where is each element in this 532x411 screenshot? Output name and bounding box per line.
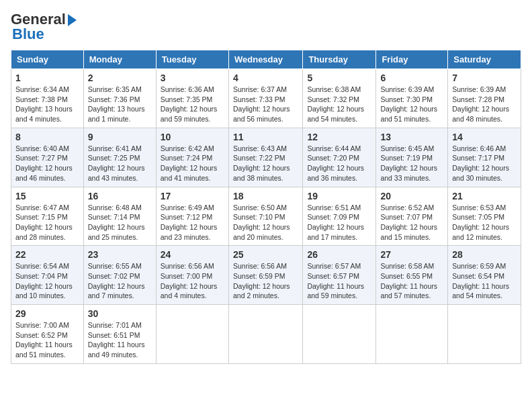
day-info: Sunrise: 6:58 AMSunset: 6:55 PMDaylight:… <box>380 261 443 301</box>
day-info: Sunrise: 6:45 AMSunset: 7:19 PMDaylight:… <box>380 144 443 183</box>
day-info: Sunrise: 6:43 AMSunset: 7:22 PMDaylight:… <box>233 144 298 183</box>
day-info: Sunrise: 6:55 AMSunset: 7:02 PMDaylight:… <box>88 261 152 301</box>
page-header: General Blue <box>11 11 521 43</box>
week-row-3: 15 Sunrise: 6:47 AMSunset: 7:15 PMDaylig… <box>11 187 521 246</box>
day-cell: 3 Sunrise: 6:36 AMSunset: 7:35 PMDayligh… <box>156 69 228 128</box>
calendar-table: SundayMondayTuesdayWednesdayThursdayFrid… <box>11 50 521 364</box>
day-cell: 15 Sunrise: 6:47 AMSunset: 7:15 PMDaylig… <box>11 187 84 246</box>
day-number: 18 <box>233 191 298 201</box>
day-cell: 6 Sunrise: 6:39 AMSunset: 7:30 PMDayligh… <box>376 69 448 128</box>
day-info: Sunrise: 6:35 AMSunset: 7:36 PMDaylight:… <box>88 85 152 124</box>
day-number: 28 <box>452 249 517 260</box>
day-info: Sunrise: 6:56 AMSunset: 7:00 PMDaylight:… <box>161 261 224 301</box>
week-row-2: 8 Sunrise: 6:40 AMSunset: 7:27 PMDayligh… <box>11 128 521 187</box>
day-number: 26 <box>307 249 371 260</box>
day-number: 13 <box>380 132 443 142</box>
day-number: 10 <box>161 132 224 142</box>
day-cell <box>376 305 448 364</box>
day-info: Sunrise: 7:01 AMSunset: 6:51 PMDaylight:… <box>88 320 152 360</box>
day-number: 2 <box>88 73 152 83</box>
day-info: Sunrise: 6:40 AMSunset: 7:27 PMDaylight:… <box>15 144 79 183</box>
day-number: 7 <box>452 73 517 83</box>
day-number: 14 <box>452 132 517 142</box>
logo-blue: Blue <box>12 26 44 43</box>
day-cell <box>303 305 376 364</box>
day-number: 24 <box>161 249 224 260</box>
day-info: Sunrise: 6:42 AMSunset: 7:24 PMDaylight:… <box>161 144 224 183</box>
calendar-header-row: SundayMondayTuesdayWednesdayThursdayFrid… <box>11 50 521 69</box>
day-number: 8 <box>15 132 79 142</box>
header-thursday: Thursday <box>303 50 376 69</box>
day-info: Sunrise: 6:53 AMSunset: 7:05 PMDaylight:… <box>452 203 517 242</box>
day-number: 3 <box>161 73 224 83</box>
week-row-1: 1 Sunrise: 6:34 AMSunset: 7:38 PMDayligh… <box>11 69 521 128</box>
day-number: 29 <box>15 308 79 319</box>
day-cell: 29 Sunrise: 7:00 AMSunset: 6:52 PMDaylig… <box>11 305 84 364</box>
day-number: 21 <box>452 191 517 201</box>
day-cell: 11 Sunrise: 6:43 AMSunset: 7:22 PMDaylig… <box>228 128 302 187</box>
day-info: Sunrise: 6:39 AMSunset: 7:28 PMDaylight:… <box>452 85 517 124</box>
day-cell: 24 Sunrise: 6:56 AMSunset: 7:00 PMDaylig… <box>156 246 228 305</box>
day-info: Sunrise: 6:44 AMSunset: 7:20 PMDaylight:… <box>307 144 371 183</box>
day-cell: 4 Sunrise: 6:37 AMSunset: 7:33 PMDayligh… <box>228 69 302 128</box>
header-wednesday: Wednesday <box>228 50 302 69</box>
logo-arrow-icon <box>68 14 77 26</box>
day-cell: 18 Sunrise: 6:50 AMSunset: 7:10 PMDaylig… <box>228 187 302 246</box>
day-cell: 20 Sunrise: 6:52 AMSunset: 7:07 PMDaylig… <box>376 187 448 246</box>
day-cell: 14 Sunrise: 6:46 AMSunset: 7:17 PMDaylig… <box>448 128 521 187</box>
header-tuesday: Tuesday <box>156 50 228 69</box>
day-info: Sunrise: 6:34 AMSunset: 7:38 PMDaylight:… <box>15 85 79 124</box>
day-number: 23 <box>88 249 152 260</box>
day-cell: 7 Sunrise: 6:39 AMSunset: 7:28 PMDayligh… <box>448 69 521 128</box>
day-number: 1 <box>15 73 79 83</box>
logo: General Blue <box>11 11 77 43</box>
day-number: 27 <box>380 249 443 260</box>
day-cell: 19 Sunrise: 6:51 AMSunset: 7:09 PMDaylig… <box>303 187 376 246</box>
day-cell: 10 Sunrise: 6:42 AMSunset: 7:24 PMDaylig… <box>156 128 228 187</box>
day-number: 25 <box>233 249 298 260</box>
day-cell: 28 Sunrise: 6:59 AMSunset: 6:54 PMDaylig… <box>448 246 521 305</box>
day-number: 4 <box>233 73 298 83</box>
day-number: 22 <box>15 249 79 260</box>
day-number: 11 <box>233 132 298 142</box>
day-info: Sunrise: 6:57 AMSunset: 6:57 PMDaylight:… <box>307 261 371 301</box>
day-info: Sunrise: 6:41 AMSunset: 7:25 PMDaylight:… <box>88 144 152 183</box>
day-cell: 17 Sunrise: 6:49 AMSunset: 7:12 PMDaylig… <box>156 187 228 246</box>
day-cell: 27 Sunrise: 6:58 AMSunset: 6:55 PMDaylig… <box>376 246 448 305</box>
day-info: Sunrise: 6:52 AMSunset: 7:07 PMDaylight:… <box>380 203 443 242</box>
day-cell: 5 Sunrise: 6:38 AMSunset: 7:32 PMDayligh… <box>303 69 376 128</box>
day-info: Sunrise: 6:48 AMSunset: 7:14 PMDaylight:… <box>88 203 152 242</box>
day-cell: 13 Sunrise: 6:45 AMSunset: 7:19 PMDaylig… <box>376 128 448 187</box>
day-info: Sunrise: 6:37 AMSunset: 7:33 PMDaylight:… <box>233 85 298 124</box>
day-cell: 12 Sunrise: 6:44 AMSunset: 7:20 PMDaylig… <box>303 128 376 187</box>
header-monday: Monday <box>83 50 156 69</box>
day-number: 5 <box>307 73 371 83</box>
day-info: Sunrise: 6:46 AMSunset: 7:17 PMDaylight:… <box>452 144 517 183</box>
day-info: Sunrise: 6:51 AMSunset: 7:09 PMDaylight:… <box>307 203 371 242</box>
day-number: 9 <box>88 132 152 142</box>
day-cell: 30 Sunrise: 7:01 AMSunset: 6:51 PMDaylig… <box>83 305 156 364</box>
day-number: 6 <box>380 73 443 83</box>
day-info: Sunrise: 7:00 AMSunset: 6:52 PMDaylight:… <box>15 320 79 360</box>
day-info: Sunrise: 6:59 AMSunset: 6:54 PMDaylight:… <box>452 261 517 301</box>
day-info: Sunrise: 6:39 AMSunset: 7:30 PMDaylight:… <box>380 85 443 124</box>
day-cell <box>156 305 228 364</box>
day-cell: 21 Sunrise: 6:53 AMSunset: 7:05 PMDaylig… <box>448 187 521 246</box>
day-cell: 25 Sunrise: 6:56 AMSunset: 6:59 PMDaylig… <box>228 246 302 305</box>
day-cell <box>228 305 302 364</box>
day-cell: 16 Sunrise: 6:48 AMSunset: 7:14 PMDaylig… <box>83 187 156 246</box>
day-number: 16 <box>88 191 152 201</box>
day-info: Sunrise: 6:38 AMSunset: 7:32 PMDaylight:… <box>307 85 371 124</box>
day-info: Sunrise: 6:36 AMSunset: 7:35 PMDaylight:… <box>161 85 224 124</box>
day-cell: 9 Sunrise: 6:41 AMSunset: 7:25 PMDayligh… <box>83 128 156 187</box>
day-cell <box>448 305 521 364</box>
day-number: 12 <box>307 132 371 142</box>
day-number: 30 <box>88 308 152 319</box>
day-info: Sunrise: 6:56 AMSunset: 6:59 PMDaylight:… <box>233 261 298 301</box>
day-number: 20 <box>380 191 443 201</box>
day-cell: 23 Sunrise: 6:55 AMSunset: 7:02 PMDaylig… <box>83 246 156 305</box>
day-cell: 1 Sunrise: 6:34 AMSunset: 7:38 PMDayligh… <box>11 69 84 128</box>
day-info: Sunrise: 6:50 AMSunset: 7:10 PMDaylight:… <box>233 203 298 242</box>
day-number: 17 <box>161 191 224 201</box>
day-cell: 22 Sunrise: 6:54 AMSunset: 7:04 PMDaylig… <box>11 246 84 305</box>
